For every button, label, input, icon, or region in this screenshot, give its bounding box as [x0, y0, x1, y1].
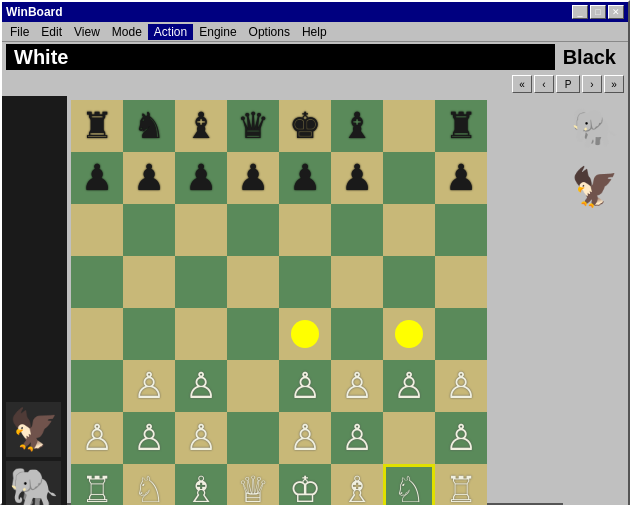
cell-r2c1[interactable] [123, 204, 175, 256]
cell-r5c3[interactable] [227, 360, 279, 412]
minimize-button[interactable]: _ [572, 5, 588, 19]
cell-r3c5[interactable] [331, 256, 383, 308]
cell-r1c1[interactable]: ♟ [123, 152, 175, 204]
cell-r0c0[interactable]: ♜ [71, 100, 123, 152]
menu-help[interactable]: Help [296, 24, 333, 40]
cell-r7c7[interactable]: ♖ [435, 464, 487, 505]
cell-r5c4[interactable]: ♙ [279, 360, 331, 412]
cell-r4c0[interactable] [71, 308, 123, 360]
cell-r0c4[interactable]: ♚ [279, 100, 331, 152]
nav-last-button[interactable]: » [604, 75, 624, 93]
cell-r2c6[interactable] [383, 204, 435, 256]
chess-board: ♜♞♝♛♚♝♜♟♟♟♟♟♟♟♙♙♙♙♙♙♙♙♙♙♙♙♖♘♗♕♔♗♘♖ [71, 100, 559, 505]
cell-r1c0[interactable]: ♟ [71, 152, 123, 204]
cell-r6c5[interactable]: ♙ [331, 412, 383, 464]
cell-r4c7[interactable] [435, 308, 487, 360]
chess-piece: ♗ [185, 472, 217, 505]
cell-r1c7[interactable]: ♟ [435, 152, 487, 204]
cell-r2c7[interactable] [435, 204, 487, 256]
cell-r2c5[interactable] [331, 204, 383, 256]
chess-piece: ♝ [341, 108, 373, 144]
menu-mode[interactable]: Mode [106, 24, 148, 40]
nav-prev-button[interactable]: ‹ [534, 75, 554, 93]
cell-r7c5[interactable]: ♗ [331, 464, 383, 505]
cell-r7c1[interactable]: ♘ [123, 464, 175, 505]
cell-r1c3[interactable]: ♟ [227, 152, 279, 204]
cell-r6c7[interactable]: ♙ [435, 412, 487, 464]
cell-r7c4[interactable]: ♔ [279, 464, 331, 505]
cell-r0c5[interactable]: ♝ [331, 100, 383, 152]
cell-r4c6[interactable] [383, 308, 435, 360]
cell-r2c4[interactable] [279, 204, 331, 256]
cell-r5c1[interactable]: ♙ [123, 360, 175, 412]
chess-piece: ♙ [445, 420, 477, 456]
menu-view[interactable]: View [68, 24, 106, 40]
cell-r6c1[interactable]: ♙ [123, 412, 175, 464]
menu-action[interactable]: Action [148, 24, 193, 40]
cell-r3c0[interactable] [71, 256, 123, 308]
cell-r2c3[interactable] [227, 204, 279, 256]
cell-r4c1[interactable] [123, 308, 175, 360]
cell-r6c3[interactable] [227, 412, 279, 464]
nav-next-button[interactable]: › [582, 75, 602, 93]
cell-r7c2[interactable]: ♗ [175, 464, 227, 505]
cell-r0c7[interactable]: ♜ [435, 100, 487, 152]
chess-piece: ♝ [185, 108, 217, 144]
move-dot [291, 320, 319, 348]
cell-r3c6[interactable] [383, 256, 435, 308]
chess-piece: ♙ [341, 368, 373, 404]
cell-r6c4[interactable]: ♙ [279, 412, 331, 464]
black-player-name: Black [555, 44, 624, 71]
cell-r6c0[interactable]: ♙ [71, 412, 123, 464]
chess-piece: ♗ [341, 472, 373, 505]
chess-piece: ♟ [185, 160, 217, 196]
cell-r5c5[interactable]: ♙ [331, 360, 383, 412]
cell-r3c2[interactable] [175, 256, 227, 308]
cell-r7c3[interactable]: ♕ [227, 464, 279, 505]
cell-r0c2[interactable]: ♝ [175, 100, 227, 152]
cell-r6c2[interactable]: ♙ [175, 412, 227, 464]
cell-r1c6[interactable] [383, 152, 435, 204]
cell-r3c4[interactable] [279, 256, 331, 308]
board-container: ♜♞♝♛♚♝♜♟♟♟♟♟♟♟♙♙♙♙♙♙♙♙♙♙♙♙♖♘♗♕♔♗♘♖ [67, 96, 563, 505]
cell-r3c1[interactable] [123, 256, 175, 308]
nav-first-button[interactable]: « [512, 75, 532, 93]
cell-r0c1[interactable]: ♞ [123, 100, 175, 152]
menu-options[interactable]: Options [243, 24, 296, 40]
cell-r4c3[interactable] [227, 308, 279, 360]
cell-r1c4[interactable]: ♟ [279, 152, 331, 204]
captured-elephant: 🐘 [6, 461, 61, 505]
chess-piece: ♙ [81, 420, 113, 456]
close-button[interactable]: ✕ [608, 5, 624, 19]
cell-r7c0[interactable]: ♖ [71, 464, 123, 505]
menu-engine[interactable]: Engine [193, 24, 242, 40]
cell-r7c6[interactable]: ♘ [383, 464, 435, 505]
nav-pause-button[interactable]: P [556, 75, 580, 93]
window: WinBoard _ □ ✕ File Edit View Mode Actio… [0, 0, 630, 505]
cell-r1c5[interactable]: ♟ [331, 152, 383, 204]
cell-r0c6[interactable] [383, 100, 435, 152]
cell-r2c0[interactable] [71, 204, 123, 256]
chess-piece: ♛ [237, 108, 269, 144]
menu-edit[interactable]: Edit [35, 24, 68, 40]
fairy-elephant: 🐘 [567, 100, 622, 155]
cell-r3c3[interactable] [227, 256, 279, 308]
cell-r4c4[interactable] [279, 308, 331, 360]
cell-r2c2[interactable] [175, 204, 227, 256]
maximize-button[interactable]: □ [590, 5, 606, 19]
main-area: 🦅 🐘 ♜♞♝♛♚♝♜♟♟♟♟♟♟♟♙♙♙♙♙♙♙♙♙♙♙♙♖♘♗♕♔♗♘♖ 🐘… [2, 96, 628, 505]
cell-r4c5[interactable] [331, 308, 383, 360]
cell-r1c2[interactable]: ♟ [175, 152, 227, 204]
cell-r3c7[interactable] [435, 256, 487, 308]
chess-piece: ♙ [289, 368, 321, 404]
cell-r5c6[interactable]: ♙ [383, 360, 435, 412]
cell-r5c2[interactable]: ♙ [175, 360, 227, 412]
cell-r6c6[interactable] [383, 412, 435, 464]
cell-r4c2[interactable] [175, 308, 227, 360]
nav-bar: « ‹ P › » [2, 72, 628, 96]
cell-r0c3[interactable]: ♛ [227, 100, 279, 152]
menu-file[interactable]: File [4, 24, 35, 40]
cell-r5c7[interactable]: ♙ [435, 360, 487, 412]
cell-r5c0[interactable] [71, 360, 123, 412]
chess-piece: ♜ [81, 108, 113, 144]
